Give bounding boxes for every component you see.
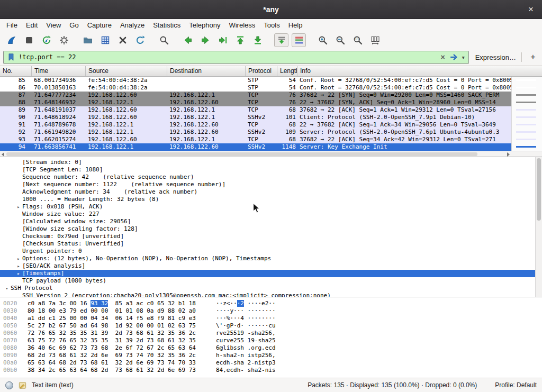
detail-line[interactable]: Checksum: 0x79ed [unverified]	[0, 233, 542, 240]
detail-line[interactable]: Sequence number: 42 (relative sequence n…	[0, 174, 542, 181]
hscroll-right-icon[interactable]	[507, 152, 510, 157]
detail-line[interactable]: [TCP Segment Len: 1080]	[0, 166, 542, 174]
packet-row-93[interactable]: 9371.662015274192.168.122.60192.168.122.…	[0, 136, 511, 143]
column-header-no[interactable]: No.	[0, 66, 32, 76]
hex-row-00b0[interactable]: 00b038 34 2c 65 63 64 68 2d 73 68 61 32 …	[3, 367, 542, 374]
menu-help[interactable]: Help	[284, 20, 307, 31]
menu-tools[interactable]: Tools	[259, 20, 284, 31]
hex-row-0050[interactable]: 00505c 27 b2 67 50 ad 64 98 1d 92 00 00 …	[3, 322, 542, 330]
close-window-button[interactable]: ×	[525, 4, 537, 15]
expand-icon[interactable]: ▸	[15, 262, 22, 270]
menu-wireless[interactable]: Wireless	[224, 20, 259, 31]
packet-row-90[interactable]: 9071.648618924192.168.122.60192.168.122.…	[0, 114, 511, 121]
packet-row-91[interactable]: 9171.648789678192.168.122.1192.168.122.6…	[0, 121, 511, 129]
display-filter-field[interactable]: × ▾	[3, 51, 469, 64]
filter-dropdown-icon[interactable]: ▾	[461, 54, 466, 60]
column-header-info[interactable]: Info	[297, 66, 542, 76]
start-capture-button[interactable]	[4, 33, 19, 47]
packet-row-85[interactable]: 8568.001734936fe:54:00:d4:38:2aSTP54Conf…	[0, 77, 511, 84]
column-header-source[interactable]: Source	[86, 66, 167, 76]
detail-line[interactable]: ▾SSH Protocol	[0, 285, 542, 292]
filter-clear-icon[interactable]: ×	[439, 53, 446, 61]
detail-line[interactable]: ▸Flags: 0x018 (PSH, ACK)	[0, 203, 542, 211]
hscroll-left-icon[interactable]	[2, 152, 4, 157]
profile-label[interactable]: Profile: Default	[495, 381, 537, 389]
hscroll-thumb[interactable]	[6, 152, 477, 156]
hex-row-0030[interactable]: 003080 18 00 e3 79 ed 00 00 01 01 08 0a …	[3, 307, 542, 315]
collapse-icon[interactable]: ▾	[3, 285, 11, 292]
go-to-packet-button[interactable]	[215, 33, 230, 47]
hex-row-0080[interactable]: 008036 40 6c 69 62 73 73 68 2e 6f 72 67 …	[3, 344, 542, 352]
filter-bookmark-icon[interactable]	[6, 52, 16, 62]
detail-line[interactable]: TCP payload (1080 bytes)	[0, 277, 542, 285]
stop-capture-button[interactable]	[22, 33, 36, 47]
expert-info-icon[interactable]	[5, 381, 13, 389]
menu-edit[interactable]: Edit	[22, 20, 42, 31]
detail-line[interactable]: [Checksum Status: Unverified]	[0, 240, 542, 248]
expand-icon[interactable]: ▸	[15, 203, 22, 211]
find-packet-button[interactable]	[157, 33, 171, 47]
packet-row-86[interactable]: 8670.013850163fe:54:00:d4:38:2aSTP54Conf…	[0, 84, 511, 92]
go-to-top-button[interactable]	[233, 33, 247, 47]
restart-capture-button[interactable]	[39, 33, 53, 47]
detail-line[interactable]: [Next sequence number: 1122 (relative se…	[0, 181, 542, 188]
close-file-button[interactable]	[115, 33, 130, 47]
detail-line[interactable]: ▸[Timestamps]	[0, 270, 542, 277]
expand-icon[interactable]: ▸	[15, 270, 22, 277]
expression-button[interactable]: Expression…	[475, 53, 516, 61]
expand-icon[interactable]: ▸	[15, 255, 22, 262]
go-back-button[interactable]	[180, 33, 195, 47]
menu-go[interactable]: Go	[65, 20, 83, 31]
open-file-button[interactable]	[80, 33, 95, 47]
go-forward-button[interactable]	[198, 33, 212, 47]
colorize-packets-button[interactable]	[292, 33, 306, 47]
hex-row-0040[interactable]: 0040a1 dd c1 25 00 00 04 34 06 14 f5 e8 …	[3, 315, 542, 322]
zoom-100-button[interactable]: 1:1	[350, 33, 365, 47]
column-header-protocol[interactable]: Protocol	[246, 66, 277, 76]
detail-line[interactable]: ▸[SEQ/ACK analysis]	[0, 262, 542, 270]
packet-row-88[interactable]: 8871.648146932192.168.122.1192.168.122.6…	[0, 99, 511, 106]
packet-row-92[interactable]: 9271.661949820192.168.122.1192.168.122.6…	[0, 129, 511, 136]
detail-scroll-thumb[interactable]	[537, 158, 541, 221]
filter-input[interactable]	[19, 53, 437, 61]
column-header-length[interactable]: Length	[277, 66, 297, 76]
packet-row-87[interactable]: 8771.647777234192.168.122.60192.168.122.…	[0, 92, 511, 99]
filter-apply-icon[interactable]	[449, 52, 458, 62]
column-header-time[interactable]: Time	[32, 66, 86, 76]
hex-row-0060[interactable]: 006072 76 65 32 35 35 31 39 2d 73 68 61 …	[3, 330, 542, 337]
menu-file[interactable]: File	[2, 20, 22, 31]
capture-options-button[interactable]	[57, 33, 71, 47]
detail-scrollbar[interactable]	[535, 157, 542, 297]
detail-line[interactable]: [Window size scaling factor: 128]	[0, 225, 542, 233]
detail-line[interactable]: Acknowledgment number: 34 (relative ack …	[0, 188, 542, 196]
detail-line[interactable]: Window size value: 227	[0, 211, 542, 218]
hex-row-0020[interactable]: 0020c0 a8 7a 3c 00 16 93 32 85 a3 ac c0 …	[3, 300, 542, 307]
auto-scroll-button[interactable]	[274, 33, 288, 47]
detail-line[interactable]: 1000 .... = Header Length: 32 bytes (8)	[0, 196, 542, 203]
menu-telephony[interactable]: Telephony	[185, 20, 224, 31]
packet-scrollbar[interactable]	[511, 77, 542, 151]
zoom-in-button[interactable]	[315, 33, 330, 47]
menu-capture[interactable]: Capture	[83, 20, 116, 31]
hex-row-00a0[interactable]: 00a065 63 64 68 2d 73 68 61 32 2d 6e 69 …	[3, 359, 542, 367]
packet-row-89[interactable]: 8971.648191037192.168.122.60192.168.122.…	[0, 106, 511, 114]
capture-comment-icon[interactable]	[18, 381, 27, 390]
detail-line[interactable]: ▸Options: (12 bytes), No-Operation (NOP)…	[0, 255, 542, 262]
detail-line[interactable]: SSH Version 2 (encryption:chacha20-poly1…	[0, 292, 542, 297]
packet-row-94[interactable]: 9471.663856741192.168.122.1192.168.122.6…	[0, 143, 511, 151]
detail-line[interactable]: Urgent pointer: 0	[0, 248, 542, 255]
menu-statistics[interactable]: Statistics	[149, 20, 185, 31]
reload-file-button[interactable]	[133, 33, 147, 47]
menu-analyze[interactable]: Analyze	[116, 20, 149, 31]
hex-row-0070[interactable]: 007063 75 72 76 65 32 35 35 31 39 2d 73 …	[3, 337, 542, 344]
menu-view[interactable]: View	[42, 20, 65, 31]
resize-columns-button[interactable]	[368, 33, 382, 47]
add-filter-button[interactable]: +	[527, 51, 539, 63]
column-header-destination[interactable]: Destination	[167, 66, 246, 76]
hex-row-0090[interactable]: 009068 2d 73 68 61 32 2d 6e 69 73 74 70 …	[3, 352, 542, 359]
detail-line[interactable]: [Calculated window size: 29056]	[0, 218, 542, 225]
detail-line[interactable]: [Stream index: 0]	[0, 159, 542, 166]
zoom-out-button[interactable]	[333, 33, 347, 47]
go-to-bottom-button[interactable]	[250, 33, 265, 47]
save-file-button[interactable]	[98, 33, 112, 47]
